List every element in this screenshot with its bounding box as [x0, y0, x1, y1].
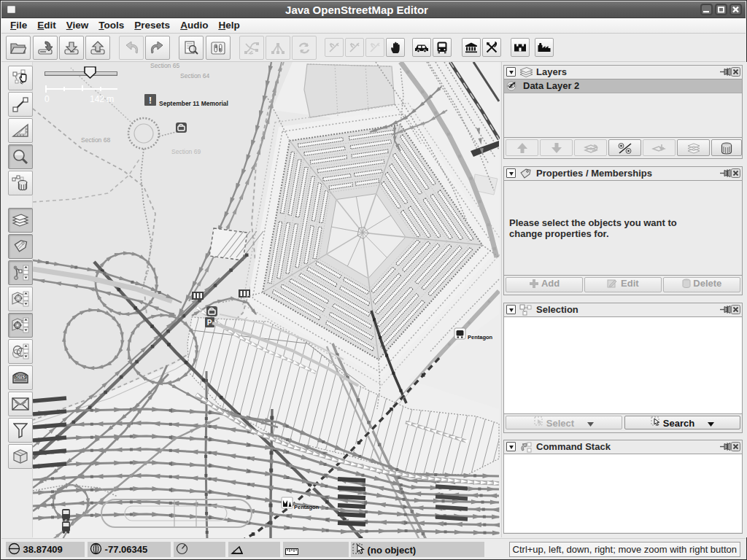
- svg-text:142 m: 142 m: [90, 94, 114, 104]
- svg-text:Section 65: Section 65: [150, 62, 179, 69]
- svg-text:Section 68: Section 68: [81, 136, 110, 144]
- svg-text:0: 0: [44, 94, 50, 104]
- svg-text:Section 69: Section 69: [171, 148, 201, 155]
- svg-text:September 11 Memorial: September 11 Memorial: [159, 100, 228, 107]
- svg-text:P: P: [207, 319, 212, 327]
- svg-text:Pentagon: Pentagon: [468, 334, 493, 341]
- svg-text:Section 64: Section 64: [180, 72, 209, 79]
- svg-text:NOTES: NOTES: [15, 376, 26, 379]
- svg-text:!: !: [149, 96, 152, 106]
- svg-text:Pentagon: Pentagon: [294, 504, 320, 510]
